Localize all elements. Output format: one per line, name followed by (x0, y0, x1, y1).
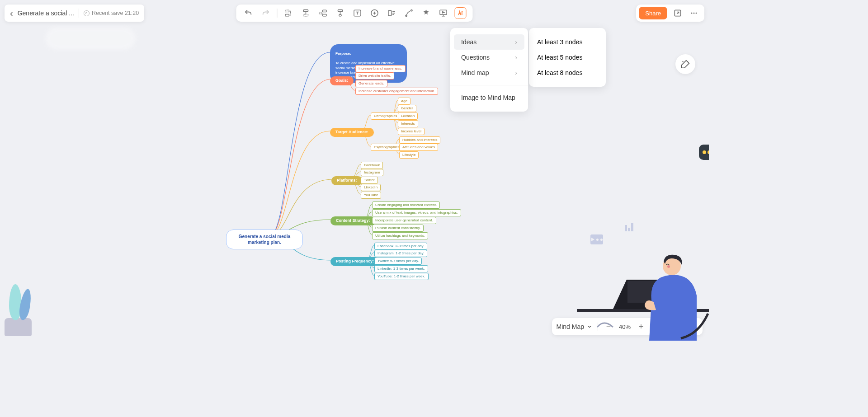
leaf-demo-0[interactable]: Age (398, 98, 410, 105)
leaf-plat-4[interactable]: YouTube (361, 192, 381, 199)
ai-menu: Ideas › Questions › Mind map › Image to … (450, 28, 528, 112)
leaf-psy-0[interactable]: Hobbies and interests (399, 136, 440, 144)
leaf-demo-3[interactable]: Interests (398, 120, 418, 127)
node-root[interactable]: Generate a social media marketing plan. (226, 230, 303, 249)
submenu-5-nodes[interactable]: At least 5 nodes (529, 50, 606, 65)
leaf-plat-3[interactable]: LinkedIn (361, 184, 381, 191)
leaf-post-3[interactable]: LinkedIn: 1-3 times per week. (374, 265, 428, 272)
leaf-plat-1[interactable]: Instagram (361, 169, 383, 176)
menu-label: Image to Mind Map (461, 94, 515, 101)
node-label: Purpose: (335, 52, 351, 56)
leaf-post-2[interactable]: Twitter: 5-7 times per day. (374, 258, 422, 265)
leaf-demo-1[interactable]: Gender (398, 105, 416, 112)
node-target-audience[interactable]: Target Audience: (330, 128, 374, 137)
leaf-cont-2[interactable]: Incorporate user-generated content. (372, 217, 436, 224)
leaf-goals-2[interactable]: Generate leads. (355, 80, 387, 87)
leaf-cont-3[interactable]: Publish content consistently. (372, 225, 424, 232)
menu-label: Ideas (461, 38, 476, 46)
leaf-psy-2[interactable]: Lifestyle (399, 151, 419, 159)
menu-label: Questions (461, 54, 490, 61)
chevron-right-icon: › (515, 54, 517, 61)
leaf-cont-4[interactable]: Utilize hashtags and keywords. (372, 232, 428, 239)
leaf-post-1[interactable]: Instagram: 1-2 times per day. (374, 250, 427, 257)
node-psychographics[interactable]: Psychographics (371, 144, 402, 151)
menu-label: Mind map (461, 69, 489, 76)
leaf-goals-3[interactable]: Increase customer engagement and interac… (355, 88, 438, 95)
menu-image-to-mindmap[interactable]: Image to Mind Map (454, 90, 524, 105)
node-posting-frequency[interactable]: Posting Frequency: (330, 257, 379, 266)
node-demographics[interactable]: Demographics (371, 112, 401, 120)
leaf-cont-0[interactable]: Create engaging and relevant content. (372, 201, 440, 209)
menu-questions[interactable]: Questions › (454, 50, 524, 65)
menu-separator (450, 85, 528, 85)
leaf-cont-1[interactable]: Use a mix of text, images, videos, and i… (372, 209, 461, 216)
chevron-right-icon: › (515, 38, 517, 46)
node-goals[interactable]: Goals: (330, 76, 354, 85)
leaf-plat-2[interactable]: Twitter (361, 177, 378, 184)
leaf-goals-0[interactable]: Increase brand awareness. (355, 65, 406, 72)
leaf-demo-2[interactable]: Location (398, 112, 418, 120)
leaf-post-4[interactable]: YouTube: 1-2 times per week. (374, 273, 429, 280)
menu-mindmap[interactable]: Mind map › (454, 65, 524, 80)
submenu-3-nodes[interactable]: At least 3 nodes (529, 34, 606, 50)
submenu-8-nodes[interactable]: At least 8 nodes (529, 65, 606, 80)
leaf-plat-0[interactable]: Facebook (361, 162, 383, 169)
node-content-strategy[interactable]: Content Strategy: (330, 216, 376, 225)
leaf-psy-1[interactable]: Attitudes and values (399, 144, 438, 151)
node-platforms[interactable]: Platforms: (331, 176, 363, 185)
menu-ideas[interactable]: Ideas › (454, 34, 524, 50)
leaf-goals-1[interactable]: Drive website traffic. (355, 72, 394, 80)
leaf-post-0[interactable]: Facebook: 2-3 times per day. (374, 243, 427, 250)
chevron-right-icon: › (515, 69, 517, 76)
leaf-demo-4[interactable]: Income level (398, 128, 425, 135)
ai-submenu-nodes: At least 3 nodes At least 5 nodes At lea… (529, 28, 606, 87)
